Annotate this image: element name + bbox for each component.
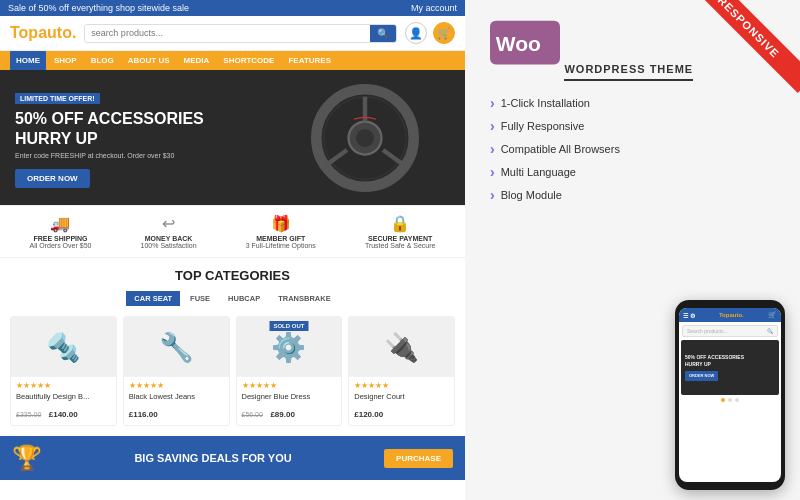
promo-button[interactable]: PURCHASE <box>384 449 453 468</box>
dot-3 <box>735 398 739 402</box>
product-name-4: Designer Court <box>354 392 449 401</box>
product-info-3: ★★★★★ Designer Blue Dress £56.00 £89.00 <box>237 377 342 425</box>
feature-payment-title: SECURE PAYMENT <box>368 235 432 242</box>
feature-gift: 🎁 MEMBER GIFT 3 Full-Lifetime Options <box>246 214 316 249</box>
hero-section: LIMITED TIME OFFER! 50% OFF ACCESSORIES … <box>0 70 465 205</box>
feature-item-5: Blog Module <box>490 187 775 203</box>
search-input[interactable] <box>85 25 370 42</box>
account-icon[interactable]: 👤 <box>405 22 427 44</box>
announce-right: My account <box>411 3 457 13</box>
product-stars-1: ★★★★★ <box>16 381 111 390</box>
promo-text: BIG SAVING DEALS FOR YOU <box>134 452 291 464</box>
feature-moneyback-desc: 100% Satisfaction <box>141 242 197 249</box>
category-tabs: CAR SEAT FUSE HUBCAP TRANSBRAKE <box>10 291 455 306</box>
phone-mockup: ☰ ⚙ Topauto. 🛒 Search products... 🔍 50% … <box>675 300 785 490</box>
website-preview: Sale of 50% off everything shop sitewide… <box>0 0 465 500</box>
dot-2 <box>728 398 732 402</box>
tab-hubcap[interactable]: HUBCAP <box>220 291 268 306</box>
right-panel: RESPONSIVE Woo WORDPRESS THEME 1-Click I… <box>465 0 800 500</box>
sold-out-badge: SOLD OUT <box>269 321 308 331</box>
product-image-1: 🔩 <box>11 317 116 377</box>
feature-gift-desc: 3 Full-Lifetime Options <box>246 242 316 249</box>
feature-shipping-desc: All Orders Over $50 <box>30 242 92 249</box>
tab-fuse[interactable]: FUSE <box>182 291 218 306</box>
nav-blog[interactable]: BLOG <box>85 51 120 70</box>
announce-left: Sale of 50% off everything shop sitewide… <box>8 3 189 13</box>
promo-icon: 🏆 <box>12 444 42 472</box>
phone-hero-btn: ORDER NOW <box>685 371 718 381</box>
feature-moneyback: ↩ MONEY BACK 100% Satisfaction <box>141 214 197 249</box>
moneyback-icon: ↩ <box>162 214 175 233</box>
site-nav: HOME SHOP BLOG ABOUT US MEDIA SHORTCODE … <box>0 51 465 70</box>
feature-payment-desc: Trusted Safe & Secure <box>365 242 436 249</box>
hero-title: 50% OFF ACCESSORIES HURRY UP <box>15 109 204 147</box>
phone-header: ☰ ⚙ Topauto. 🛒 <box>679 308 781 322</box>
feature-payment: 🔒 SECURE PAYMENT Trusted Safe & Secure <box>365 214 436 249</box>
search-button[interactable]: 🔍 <box>370 25 396 42</box>
product-name-3: Designer Blue Dress <box>242 392 337 401</box>
nav-shortcode[interactable]: SHORTCODE <box>217 51 280 70</box>
product-stars-4: ★★★★★ <box>354 381 449 390</box>
phone-screen: ☰ ⚙ Topauto. 🛒 Search products... 🔍 50% … <box>679 308 781 482</box>
hero-cta-button[interactable]: ORDER NOW <box>15 169 90 188</box>
product-old-price-3: £56.00 <box>242 411 263 418</box>
product-info-1: ★★★★★ Beautifully Design B... £335.00 £1… <box>11 377 116 425</box>
tab-car-seat[interactable]: CAR SEAT <box>126 291 180 306</box>
product-name-1: Beautifully Design B... <box>16 392 111 401</box>
product-info-2: ★★★★★ Black Lowest Jeans £116.00 <box>124 377 229 425</box>
shipping-icon: 🚚 <box>50 214 70 233</box>
nav-home[interactable]: HOME <box>10 51 46 70</box>
feature-gift-title: MEMBER GIFT <box>256 235 305 242</box>
product-price-3: £56.00 £89.00 <box>242 403 337 421</box>
product-new-price-1: £140.00 <box>49 410 78 419</box>
nav-shop[interactable]: SHOP <box>48 51 83 70</box>
tab-transbrake[interactable]: TRANSBRAKE <box>270 291 339 306</box>
product-image-3: ⚙️ SOLD OUT <box>237 317 342 377</box>
hero-badge: LIMITED TIME OFFER! <box>15 93 100 104</box>
feature-item-3: Compatible All Browsers <box>490 141 775 157</box>
dot-1 <box>721 398 725 402</box>
phone-search: Search products... 🔍 <box>682 325 778 337</box>
site-header: Topauto. 🔍 👤 🛒 <box>0 16 465 51</box>
nav-features[interactable]: FEATURES <box>282 51 337 70</box>
product-old-price-1: £335.00 <box>16 411 41 418</box>
product-price-4: £120.00 <box>354 403 449 421</box>
product-card-4: 🔌 ★★★★★ Designer Court £120.00 <box>348 316 455 426</box>
product-stars-2: ★★★★★ <box>129 381 224 390</box>
product-card-1: 🔩 ★★★★★ Beautifully Design B... £335.00 … <box>10 316 117 426</box>
phone-site-logo: Topauto. <box>719 312 744 318</box>
site-logo: Topauto. <box>10 24 76 42</box>
feature-shipping-title: FREE SHIPPING <box>33 235 87 242</box>
gift-icon: 🎁 <box>271 214 291 233</box>
product-price-2: £116.00 <box>129 403 224 421</box>
nav-media[interactable]: MEDIA <box>178 51 216 70</box>
features-bar: 🚚 FREE SHIPPING All Orders Over $50 ↩ MO… <box>0 205 465 258</box>
phone-cart-icon: 🛒 <box>768 311 777 319</box>
product-name-2: Black Lowest Jeans <box>129 392 224 401</box>
hero-content: LIMITED TIME OFFER! 50% OFF ACCESSORIES … <box>0 72 219 202</box>
search-bar: 🔍 <box>84 24 397 43</box>
product-card-3: ⚙️ SOLD OUT ★★★★★ Designer Blue Dress £5… <box>236 316 343 426</box>
phone-hero: 50% OFF ACCESSORIES HURRY UP ORDER NOW <box>681 340 779 395</box>
phone-logo: ☰ ⚙ <box>683 312 695 319</box>
product-new-price-4: £120.00 <box>354 410 383 419</box>
categories-section: TOP CATEGORIES CAR SEAT FUSE HUBCAP TRAN… <box>0 258 465 436</box>
phone-dots <box>679 398 781 402</box>
payment-icon: 🔒 <box>390 214 410 233</box>
nav-about[interactable]: ABOUT US <box>122 51 176 70</box>
bottom-promo: 🏆 BIG SAVING DEALS FOR YOU PURCHASE <box>0 436 465 480</box>
features-list: 1-Click Installation Fully Responsive Co… <box>490 95 775 203</box>
product-price-1: £335.00 £140.00 <box>16 403 111 421</box>
feature-moneyback-title: MONEY BACK <box>145 235 193 242</box>
feature-item-4: Multi Language <box>490 164 775 180</box>
woo-logo: Woo <box>490 20 560 65</box>
feature-shipping: 🚚 FREE SHIPPING All Orders Over $50 <box>30 214 92 249</box>
product-image-2: 🔧 <box>124 317 229 377</box>
svg-point-4 <box>356 129 374 147</box>
theme-label: WORDPRESS THEME <box>564 63 693 81</box>
product-card-2: 🔧 ★★★★★ Black Lowest Jeans £116.00 <box>123 316 230 426</box>
product-grid: 🔩 ★★★★★ Beautifully Design B... £335.00 … <box>10 316 455 426</box>
cart-icon[interactable]: 🛒 <box>433 22 455 44</box>
product-new-price-2: £116.00 <box>129 410 158 419</box>
phone-hero-text: 50% OFF ACCESSORIES HURRY UP ORDER NOW <box>685 354 744 381</box>
